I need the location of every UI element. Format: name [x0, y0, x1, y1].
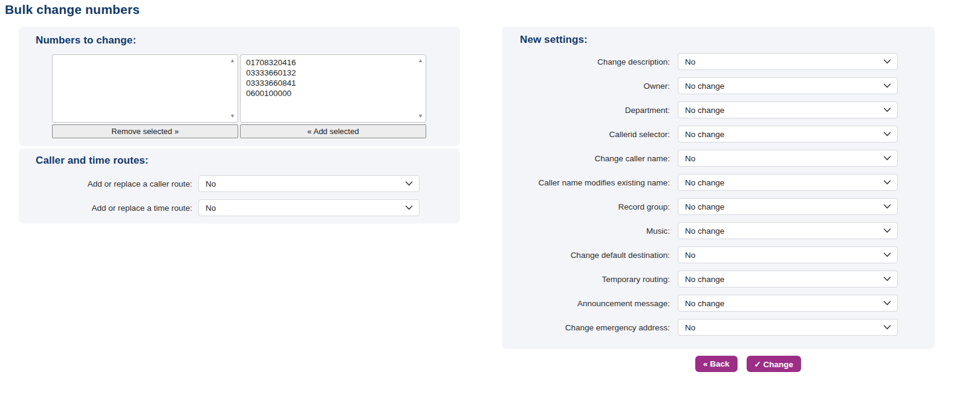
chevron-down-icon — [883, 228, 891, 233]
page-title: Bulk change numbers — [5, 2, 140, 17]
select-value: No change — [685, 275, 724, 284]
owner-select[interactable]: No change — [678, 77, 898, 94]
form-row: Owner: No change — [520, 77, 917, 94]
number-transfer-area: ▲ ▼ 01708320416 03333660132 03333660841 … — [52, 54, 427, 138]
form-row: Record group: No change — [520, 198, 917, 215]
scroll-down-icon[interactable]: ▼ — [230, 114, 235, 119]
form-row: Callerid selector: No change — [520, 126, 917, 143]
temporary-routing-select[interactable]: No change — [678, 271, 898, 287]
form-row: Change caller name: No — [520, 150, 917, 167]
form-row: Department: No change — [520, 101, 917, 118]
chevron-down-icon — [883, 204, 891, 209]
music-select[interactable]: No change — [678, 222, 898, 239]
change-description-label: Change description: — [520, 57, 670, 66]
caller-name-modifies-label: Caller name modifies existing name: — [520, 178, 670, 187]
remove-selected-button[interactable]: Remove selected » — [52, 124, 238, 138]
select-value: No — [206, 204, 216, 213]
form-row: Temporary routing: No change — [520, 271, 917, 287]
time-route-select[interactable]: No — [198, 199, 420, 216]
announcement-message-select[interactable]: No change — [678, 295, 898, 312]
chevron-down-icon — [883, 108, 891, 112]
select-value: No — [685, 154, 695, 163]
change-description-select[interactable]: No — [678, 53, 898, 70]
chevron-down-icon — [883, 83, 891, 88]
select-value: No — [685, 323, 695, 332]
scroll-up-icon[interactable]: ▲ — [418, 58, 423, 63]
select-value: No — [685, 251, 695, 260]
new-settings-panel: New settings: Change description: No Own… — [502, 27, 935, 349]
select-value: No change — [685, 299, 724, 308]
add-selected-button[interactable]: « Add selected — [240, 124, 426, 138]
settings-panel-heading: New settings: — [520, 34, 917, 46]
chevron-down-icon — [883, 156, 891, 161]
time-route-label: Add or replace a time route: — [36, 204, 192, 213]
select-value: No change — [685, 202, 724, 211]
list-item[interactable]: 01708320416 — [246, 57, 415, 68]
caller-route-select[interactable]: No — [198, 175, 420, 192]
routes-panel-heading: Caller and time routes: — [36, 155, 443, 167]
change-emergency-address-label: Change emergency address: — [520, 323, 670, 332]
chevron-down-icon — [405, 181, 413, 186]
select-value: No change — [685, 130, 724, 139]
record-group-select[interactable]: No change — [678, 198, 898, 215]
music-label: Music: — [520, 226, 670, 236]
chevron-down-icon — [883, 252, 891, 257]
owner-label: Owner: — [520, 82, 670, 91]
form-row: Change emergency address: No — [520, 319, 917, 336]
caller-time-routes-panel: Caller and time routes: Add or replace a… — [19, 149, 460, 223]
chevron-down-icon — [883, 277, 891, 281]
select-value: No change — [685, 178, 724, 187]
change-caller-name-select[interactable]: No — [678, 150, 898, 167]
selected-numbers-listbox[interactable]: 01708320416 03333660132 03333660841 0600… — [240, 54, 426, 123]
list-item[interactable]: 03333660132 — [246, 68, 415, 78]
change-default-destination-select[interactable]: No — [678, 246, 898, 263]
scroll-up-icon[interactable]: ▲ — [230, 58, 235, 63]
chevron-down-icon — [883, 325, 891, 330]
chevron-down-icon — [883, 59, 891, 64]
record-group-label: Record group: — [520, 202, 670, 211]
scroll-down-icon[interactable]: ▼ — [418, 114, 423, 119]
select-value: No change — [685, 226, 724, 236]
select-value: No — [685, 57, 695, 66]
announcement-message-label: Announcement message: — [520, 299, 670, 308]
department-select[interactable]: No change — [678, 101, 898, 118]
temporary-routing-label: Temporary routing: — [520, 275, 670, 284]
change-button[interactable]: ✓ Change — [747, 356, 802, 372]
form-row: Change default destination: No — [520, 246, 917, 263]
select-value: No change — [685, 106, 724, 115]
chevron-down-icon — [883, 301, 891, 306]
numbers-panel-heading: Numbers to change: — [36, 34, 443, 47]
form-row: Add or replace a caller route: No — [36, 175, 443, 192]
form-row: Music: No change — [520, 222, 917, 239]
form-row: Caller name modifies existing name: No c… — [520, 174, 917, 191]
list-item[interactable]: 03333660841 — [246, 78, 415, 88]
form-row: Change description: No — [520, 53, 917, 70]
callerid-selector-label: Callerid selector: — [520, 130, 670, 139]
form-row: Announcement message: No change — [520, 295, 917, 312]
chevron-down-icon — [883, 132, 891, 136]
action-buttons: « Back ✓ Change — [695, 356, 801, 372]
form-row: Add or replace a time route: No — [36, 199, 443, 216]
change-emergency-address-select[interactable]: No — [678, 319, 898, 336]
caller-name-modifies-select[interactable]: No change — [678, 174, 898, 191]
list-item[interactable]: 0600100000 — [246, 88, 415, 98]
select-value: No — [206, 179, 216, 188]
change-default-destination-label: Change default destination: — [520, 251, 670, 260]
department-label: Department: — [520, 106, 670, 115]
chevron-down-icon — [883, 180, 891, 185]
change-caller-name-label: Change caller name: — [520, 154, 670, 163]
numbers-to-change-panel: Numbers to change: ▲ ▼ 01708320416 03333… — [19, 27, 460, 146]
available-numbers-listbox[interactable]: ▲ ▼ — [52, 54, 238, 123]
back-button[interactable]: « Back — [695, 356, 738, 372]
chevron-down-icon — [405, 205, 413, 210]
callerid-selector-select[interactable]: No change — [678, 126, 898, 143]
select-value: No change — [685, 82, 724, 91]
caller-route-label: Add or replace a caller route: — [36, 179, 192, 188]
